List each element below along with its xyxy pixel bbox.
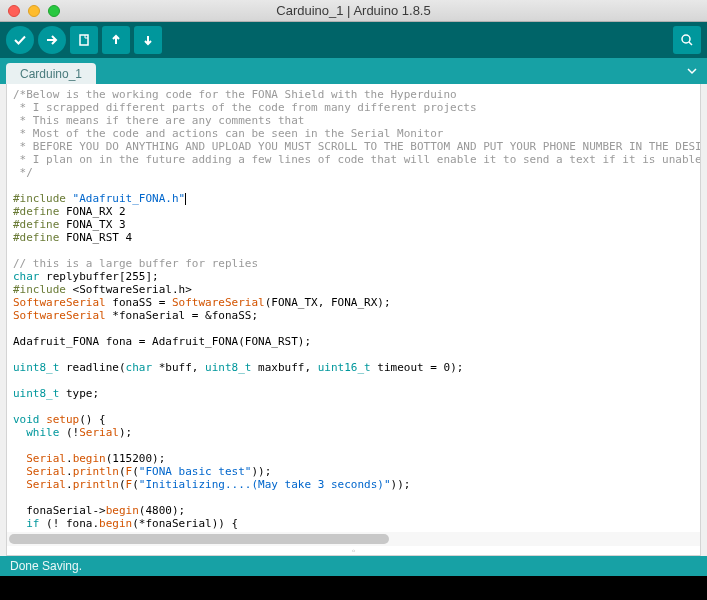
- comment-block: /*Below is the working code for the FONA…: [13, 88, 700, 179]
- scrollbar-thumb[interactable]: [9, 534, 389, 544]
- arrow-up-icon: [109, 33, 123, 47]
- tab-menu-button[interactable]: [683, 62, 701, 80]
- chevron-down-icon: [686, 65, 698, 77]
- arrow-right-icon: [45, 33, 59, 47]
- check-icon: [13, 33, 27, 47]
- serial-monitor-button[interactable]: [673, 26, 701, 54]
- text-cursor: [185, 193, 186, 205]
- zoom-button[interactable]: [48, 5, 60, 17]
- save-button[interactable]: [134, 26, 162, 54]
- tab-sketch[interactable]: Carduino_1: [6, 63, 96, 84]
- status-bar: Done Saving.: [0, 556, 707, 576]
- new-button[interactable]: [70, 26, 98, 54]
- page-indicator: ◦: [6, 546, 701, 556]
- arrow-down-icon: [141, 33, 155, 47]
- svg-point-1: [682, 35, 690, 43]
- toolbar: [0, 22, 707, 58]
- new-file-icon: [77, 33, 91, 47]
- tab-strip: Carduino_1: [0, 58, 707, 84]
- window-titlebar: Carduino_1 | Arduino 1.8.5: [0, 0, 707, 22]
- traffic-lights: [0, 5, 60, 17]
- svg-rect-0: [80, 35, 88, 45]
- close-button[interactable]: [8, 5, 20, 17]
- horizontal-scrollbar[interactable]: [7, 532, 700, 546]
- open-button[interactable]: [102, 26, 130, 54]
- upload-button[interactable]: [38, 26, 66, 54]
- window-title: Carduino_1 | Arduino 1.8.5: [0, 3, 707, 18]
- console-area[interactable]: [0, 576, 707, 600]
- code-content[interactable]: /*Below is the working code for the FONA…: [7, 84, 700, 546]
- minimize-button[interactable]: [28, 5, 40, 17]
- code-editor[interactable]: /*Below is the working code for the FONA…: [6, 84, 701, 546]
- verify-button[interactable]: [6, 26, 34, 54]
- status-message: Done Saving.: [10, 559, 82, 573]
- magnifier-icon: [680, 33, 694, 47]
